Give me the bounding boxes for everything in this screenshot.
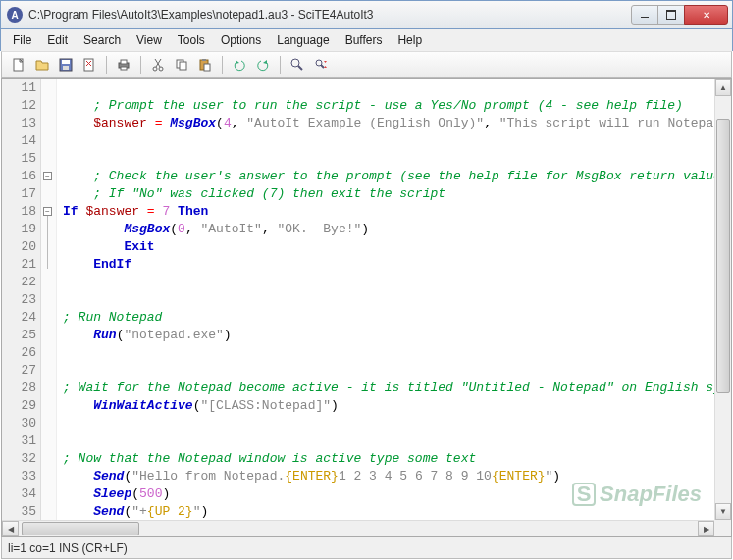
window-titlebar: A C:\Program Files\AutoIt3\Examples\note… <box>0 0 733 29</box>
line-number: 31 <box>2 433 36 450</box>
line-number: 12 <box>2 97 36 115</box>
menu-buffers[interactable]: Buffers <box>338 31 391 49</box>
line-number: 17 <box>2 185 36 203</box>
code-line[interactable]: $answer = MsgBox(4, "AutoIt Example (Eng… <box>63 115 731 132</box>
line-number: 13 <box>2 115 36 132</box>
menu-view[interactable]: View <box>129 31 170 49</box>
line-number: 33 <box>2 468 36 485</box>
code-line[interactable]: ; Now that the Notepad window is active … <box>63 450 731 468</box>
line-number: 29 <box>2 397 36 415</box>
line-number: 28 <box>2 380 36 397</box>
toolbar-separator <box>106 56 107 74</box>
code-line[interactable]: EndIf <box>63 256 731 274</box>
maximize-button[interactable] <box>657 5 685 25</box>
code-editor[interactable]: ; Prompt the user to run the script - us… <box>57 79 731 536</box>
code-line[interactable]: ; Prompt the user to run the script - us… <box>63 97 731 115</box>
code-line[interactable] <box>63 150 731 168</box>
toolbar <box>1 51 732 78</box>
svg-line-20 <box>298 66 302 70</box>
line-number: 21 <box>2 256 36 274</box>
close-icon[interactable] <box>79 54 100 76</box>
menu-file[interactable]: File <box>5 31 39 49</box>
fold-guide-line <box>47 216 48 269</box>
horizontal-scroll-thumb[interactable] <box>22 522 139 535</box>
vertical-scrollbar[interactable]: ▲ ▼ <box>714 79 731 520</box>
menu-tools[interactable]: Tools <box>170 31 213 49</box>
code-line[interactable] <box>63 291 731 309</box>
code-line[interactable]: ; Run Notepad <box>63 309 731 327</box>
code-line[interactable]: ; If "No" was clicked (7) then exit the … <box>63 185 731 203</box>
code-line[interactable] <box>63 433 731 450</box>
open-file-icon[interactable] <box>31 54 53 76</box>
code-line[interactable]: WinWaitActive("[CLASS:Notepad]") <box>63 397 731 415</box>
line-number: 25 <box>2 327 36 344</box>
fold-gutter[interactable]: −− <box>41 79 57 536</box>
cursor-position-status: li=1 co=1 INS (CR+LF) <box>8 541 128 555</box>
code-line[interactable] <box>63 362 731 380</box>
menu-language[interactable]: Language <box>269 31 337 49</box>
line-number: 30 <box>2 415 36 433</box>
code-line[interactable]: Run("notepad.exe") <box>63 327 731 344</box>
code-line[interactable]: Send("+{UP 2}") <box>63 503 731 521</box>
code-line[interactable] <box>63 415 731 433</box>
svg-rect-18 <box>204 64 210 71</box>
redo-icon[interactable] <box>252 54 274 76</box>
cut-icon[interactable] <box>147 54 169 76</box>
svg-line-10 <box>155 59 160 67</box>
undo-icon[interactable] <box>229 54 250 76</box>
svg-rect-3 <box>63 66 69 70</box>
window-controls <box>632 5 728 25</box>
horizontal-scrollbar[interactable]: ◀ ▶ <box>2 520 714 536</box>
line-number: 24 <box>2 309 36 327</box>
line-number-gutter[interactable]: 1112131415161718192021222324252627282930… <box>2 79 41 536</box>
toolbar-separator <box>280 56 281 74</box>
code-line[interactable]: If $answer = 7 Then <box>63 203 731 221</box>
svg-rect-17 <box>202 59 206 61</box>
code-line[interactable] <box>63 132 731 150</box>
scroll-left-button[interactable]: ◀ <box>2 521 19 536</box>
code-line[interactable]: Send("Hello from Notepad.{ENTER}1 2 3 4 … <box>63 468 731 485</box>
vertical-scroll-thumb[interactable] <box>716 119 730 393</box>
code-line[interactable] <box>63 79 731 97</box>
code-line[interactable] <box>63 344 731 362</box>
code-line[interactable]: ; Wait for the Notepad become active - i… <box>63 380 731 397</box>
scroll-down-button[interactable]: ▼ <box>715 503 731 520</box>
toolbar-separator <box>140 56 141 74</box>
svg-rect-15 <box>180 62 186 70</box>
paste-icon[interactable] <box>194 54 216 76</box>
fold-toggle-icon[interactable]: − <box>43 172 52 180</box>
line-number: 11 <box>2 79 36 97</box>
menu-options[interactable]: Options <box>213 31 269 49</box>
menu-edit[interactable]: Edit <box>39 31 76 49</box>
line-number: 19 <box>2 221 36 238</box>
line-number: 27 <box>2 362 36 380</box>
copy-icon[interactable] <box>171 54 192 76</box>
line-number: 15 <box>2 150 36 168</box>
toolbar-separator <box>222 56 223 74</box>
scroll-right-button[interactable]: ▶ <box>698 521 714 536</box>
code-line[interactable] <box>63 274 731 291</box>
line-number: 32 <box>2 450 36 468</box>
code-line[interactable]: MsgBox(0, "AutoIt", "OK. Bye!") <box>63 221 731 238</box>
close-window-button[interactable] <box>684 5 728 25</box>
menubar: FileEditSearchViewToolsOptionsLanguageBu… <box>0 29 733 51</box>
minimize-button[interactable] <box>631 5 658 25</box>
save-icon[interactable] <box>55 54 77 76</box>
code-line[interactable]: Sleep(500) <box>63 485 731 503</box>
menu-search[interactable]: Search <box>76 31 129 49</box>
code-line[interactable]: ; Check the user's answer to the prompt … <box>63 168 731 185</box>
line-number: 34 <box>2 485 36 503</box>
new-file-icon[interactable] <box>8 54 29 76</box>
statusbar: li=1 co=1 INS (CR+LF) <box>1 537 732 559</box>
print-icon[interactable] <box>113 54 134 76</box>
svg-line-11 <box>156 59 161 67</box>
line-number: 20 <box>2 238 36 256</box>
fold-toggle-icon[interactable]: − <box>43 207 52 216</box>
menu-help[interactable]: Help <box>390 31 430 49</box>
replace-icon[interactable] <box>310 54 332 76</box>
line-number: 16 <box>2 168 36 185</box>
line-number: 22 <box>2 274 36 291</box>
scroll-up-button[interactable]: ▲ <box>715 79 731 96</box>
find-icon[interactable] <box>287 54 308 76</box>
code-line[interactable]: Exit <box>63 238 731 256</box>
